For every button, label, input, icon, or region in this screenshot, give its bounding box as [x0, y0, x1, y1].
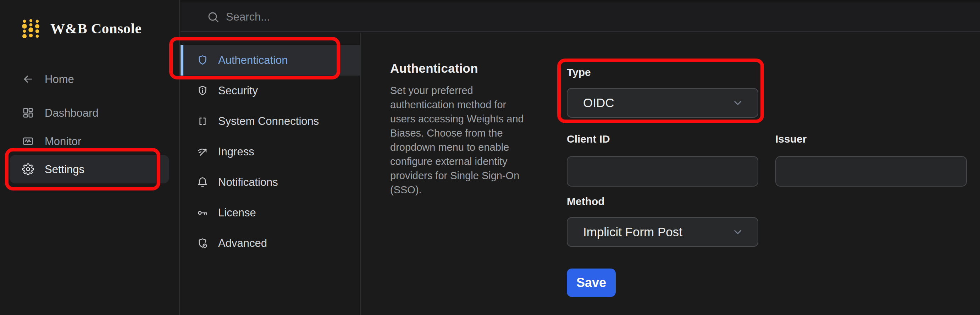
- settings-nav-item-security[interactable]: Security: [181, 76, 360, 106]
- search-input[interactable]: [226, 11, 439, 24]
- settings-nav: Authentication Security System Connectio…: [181, 33, 361, 315]
- settings-nav-item-notifications[interactable]: Notifications: [181, 167, 360, 197]
- type-select-value: OIDC: [583, 96, 731, 110]
- topbar: [181, 0, 980, 32]
- logo-row: W&B Console: [21, 18, 142, 38]
- dashboard-icon: [22, 107, 34, 119]
- save-button[interactable]: Save: [567, 269, 616, 297]
- issuer-input[interactable]: [775, 156, 967, 186]
- wandb-console-app: { "app": { "title": "W&B Console" }, "se…: [0, 0, 980, 315]
- page-title: Authentication: [390, 61, 478, 76]
- method-label: Method: [567, 196, 605, 207]
- method-select[interactable]: Implicit Form Post: [567, 217, 758, 247]
- settings-nav-label: License: [218, 207, 256, 219]
- type-select[interactable]: OIDC: [567, 88, 758, 118]
- sidebar-item-settings[interactable]: Settings: [10, 155, 169, 183]
- sidebar-item-label: Home: [45, 74, 74, 85]
- brackets-icon: [197, 116, 208, 127]
- settings-nav-item-ingress[interactable]: Ingress: [181, 137, 360, 167]
- settings-nav-label: Advanced: [218, 237, 267, 250]
- section-description: Set your preferred authentication method…: [390, 83, 533, 197]
- gear-icon: [22, 163, 34, 175]
- shield-gear-icon: [197, 238, 208, 249]
- selected-accent-bar: [181, 45, 183, 76]
- search-icon: [207, 11, 220, 24]
- settings-nav-item-system-connections[interactable]: System Connections: [181, 106, 360, 137]
- sidebar-item-monitor[interactable]: Monitor: [0, 130, 180, 152]
- key-icon: [197, 207, 208, 218]
- topbar-strip: [181, 0, 980, 3]
- chevron-down-icon: [731, 97, 744, 109]
- settings-nav-label: Security: [218, 84, 258, 97]
- bell-icon: [197, 177, 208, 188]
- app-title: W&B Console: [50, 20, 142, 37]
- primary-sidebar: W&B Console Home Dashboard Monit: [0, 0, 180, 315]
- settings-nav-item-advanced[interactable]: Advanced: [181, 228, 360, 259]
- issuer-label: Issuer: [775, 133, 807, 145]
- client-id-input[interactable]: [567, 156, 758, 186]
- sidebar-item-label: Dashboard: [45, 108, 99, 118]
- shield-info-icon: [197, 85, 208, 97]
- settings-nav-label: Ingress: [218, 145, 254, 158]
- sidebar-item-home[interactable]: Home: [0, 68, 180, 90]
- client-id-label: Client ID: [567, 133, 610, 145]
- arrow-left-icon: [22, 73, 34, 85]
- sidebar-item-label: Monitor: [45, 136, 81, 147]
- sidebar-item-label: Settings: [45, 164, 84, 175]
- settings-nav-label: System Connections: [218, 115, 319, 128]
- wandb-logo-icon: [21, 18, 40, 38]
- monitor-icon: [22, 135, 34, 147]
- main-content: Authentication Set your preferred authen…: [361, 33, 980, 315]
- settings-nav-item-authentication[interactable]: Authentication: [181, 45, 360, 76]
- sidebar-item-dashboard[interactable]: Dashboard: [0, 102, 180, 123]
- type-label: Type: [567, 66, 591, 78]
- settings-nav-label: Notifications: [218, 176, 278, 189]
- chevron-down-icon: [731, 226, 744, 239]
- method-select-value: Implicit Form Post: [583, 225, 731, 239]
- settings-nav-item-license[interactable]: License: [181, 197, 360, 228]
- search-bar[interactable]: [207, 3, 439, 31]
- shield-icon: [197, 55, 208, 66]
- signal-arrow-icon: [197, 146, 208, 158]
- settings-nav-label: Authentication: [218, 54, 288, 67]
